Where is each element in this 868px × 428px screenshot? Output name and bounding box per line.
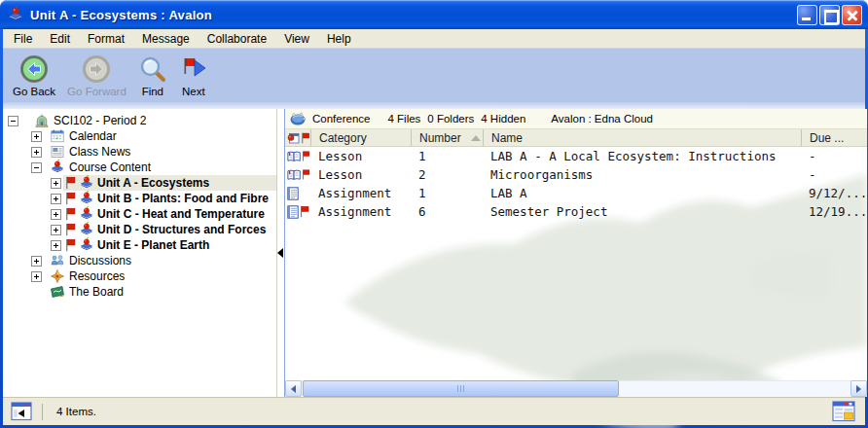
panel-splitter[interactable] — [277, 109, 284, 397]
menu-collaborate[interactable]: Collaborate — [199, 30, 275, 48]
item-row-lesson-1[interactable]: Lesson 1 LAB A - A Local Ecosystem: Inst… — [285, 147, 867, 165]
scroll-left-button[interactable] — [285, 380, 302, 397]
flag-column-icon — [301, 132, 310, 144]
tree-item-course-content[interactable]: Course Content — [3, 160, 276, 175]
maximize-button[interactable] — [819, 5, 840, 25]
scroll-right-button[interactable] — [850, 380, 867, 397]
column-number[interactable]: Number — [411, 129, 483, 146]
tree-item-discussions[interactable]: Discussions — [3, 253, 276, 268]
expand-box-icon[interactable] — [31, 147, 42, 158]
item-list: Lesson 1 LAB A - A Local Ecosystem: Inst… — [285, 147, 867, 380]
books-apple-icon — [79, 222, 94, 237]
column-name[interactable]: Name — [483, 129, 801, 146]
expand-box-icon[interactable] — [51, 209, 61, 220]
tree-item-class-news[interactable]: Class News — [3, 144, 276, 160]
tree-item-unit-c[interactable]: Unit C - Heat and Temperature — [3, 206, 276, 222]
collapse-panel-arrow-icon[interactable] — [277, 248, 283, 258]
tree-item-the-board[interactable]: The Board — [3, 284, 276, 300]
red-flag-icon — [65, 176, 76, 190]
cell-number: 2 — [411, 167, 483, 182]
discussions-people-icon — [50, 253, 65, 268]
conference-type-label: Conference — [312, 113, 370, 125]
cell-category: Lesson — [310, 149, 411, 163]
tree-item-unit-d[interactable]: Unit D - Structures and Forces — [3, 222, 276, 237]
horizontal-scrollbar[interactable] — [285, 380, 867, 397]
back-arrow-icon — [19, 54, 49, 84]
column-category[interactable]: Category — [310, 129, 411, 146]
cell-name: LAB A - A Local Ecosystem: Instructions — [483, 149, 801, 163]
cell-due: 9/12/... — [801, 186, 867, 200]
expand-box-icon[interactable] — [31, 271, 42, 282]
window-title: Unit A - Ecosystems : Avalon — [30, 8, 212, 22]
column-due-label: Due ... — [810, 131, 844, 145]
menu-edit[interactable]: Edit — [41, 30, 79, 48]
books-apple-icon — [79, 237, 94, 253]
assignment-notepad-icon — [287, 187, 299, 200]
chalkboard-icon — [50, 284, 65, 300]
go-forward-button: Go Forward — [61, 54, 132, 97]
app-books-apple-icon[interactable] — [7, 6, 24, 23]
item-status-icon — [287, 132, 300, 144]
scrollbar-track[interactable] — [619, 380, 850, 397]
tree-item-calendar[interactable]: Calendar — [3, 128, 276, 144]
status-bar: 4 Items. — [3, 397, 865, 425]
title-bar[interactable]: Unit A - Ecosystems : Avalon — [0, 0, 868, 29]
tree-item-unit-e[interactable]: Unit E - Planet Earth — [3, 237, 276, 253]
cell-name: Semester Project — [483, 204, 801, 219]
menu-message[interactable]: Message — [133, 30, 199, 48]
tree-item-unit-a[interactable]: Unit A - Ecosystems — [3, 175, 276, 191]
conference-location: Avalon : Edna Cloud — [551, 113, 653, 125]
tree-label: SCI102 - Period 2 — [54, 114, 146, 127]
books-apple-icon — [79, 191, 94, 206]
tree-label: Discussions — [69, 254, 131, 268]
minimize-button[interactable] — [797, 5, 817, 25]
tree-label: Course Content — [69, 160, 151, 174]
next-label: Next — [182, 86, 205, 97]
expand-box-icon[interactable] — [51, 225, 61, 235]
scrollbar-thumb[interactable] — [303, 380, 619, 397]
expand-box-icon[interactable] — [51, 240, 61, 251]
tree-label: The Board — [69, 285, 124, 299]
item-rows: Lesson 1 LAB A - A Local Ecosystem: Inst… — [285, 147, 867, 221]
toggle-tree-pane-icon[interactable] — [11, 402, 32, 421]
collapse-box-icon[interactable] — [31, 162, 42, 173]
find-button[interactable]: Find — [132, 54, 173, 97]
assignment-notepad-icon — [287, 205, 299, 219]
hidden-count: 4 Hidden — [481, 113, 525, 125]
tree-label: Unit A - Ecosystems — [97, 176, 209, 190]
menu-view[interactable]: View — [275, 30, 318, 48]
window-controls — [797, 5, 862, 25]
menu-format[interactable]: Format — [79, 30, 133, 48]
expand-box-icon[interactable] — [51, 178, 61, 189]
menu-help[interactable]: Help — [318, 30, 360, 48]
forward-arrow-icon — [82, 54, 111, 84]
cell-number: 6 — [411, 204, 483, 219]
item-row-assignment-1[interactable]: Assignment 1 LAB A 9/12/... — [285, 184, 867, 202]
menu-file[interactable]: File — [5, 30, 41, 48]
cell-name: Microorganisms — [483, 167, 801, 182]
cell-category: Assignment — [310, 186, 411, 200]
go-back-button[interactable]: Go Back — [7, 54, 61, 97]
item-row-lesson-2[interactable]: Lesson 2 Microorganisms - — [285, 165, 867, 184]
expand-box-icon[interactable] — [51, 194, 61, 204]
tree-item-sci102[interactable]: SCI102 - Period 2 — [3, 113, 276, 128]
toolbar: Go Back Go Forward Find Next — [3, 49, 865, 109]
next-button[interactable]: Next — [173, 54, 214, 97]
table-column-header: Category Number Name Due ... — [285, 129, 867, 147]
cell-due: - — [801, 149, 867, 163]
tree-label: Class News — [69, 145, 130, 159]
find-label: Find — [142, 86, 163, 97]
view-properties-icon[interactable] — [832, 401, 855, 422]
expand-box-icon[interactable] — [31, 256, 42, 267]
tree-item-resources[interactable]: Resources — [3, 268, 276, 284]
close-button[interactable] — [842, 5, 862, 25]
red-flag-icon — [65, 192, 76, 205]
expand-box-icon[interactable] — [31, 131, 42, 142]
collapse-box-icon[interactable] — [8, 116, 18, 126]
tree-item-unit-b[interactable]: Unit B - Plants: Food and Fibre — [3, 191, 276, 206]
item-row-assignment-6[interactable]: Assignment 6 Semester Project 12/19... — [285, 202, 867, 221]
column-item-type[interactable] — [285, 129, 310, 146]
column-due[interactable]: Due ... — [801, 129, 867, 146]
red-flag-icon — [302, 168, 310, 181]
red-flag-icon — [302, 150, 310, 162]
